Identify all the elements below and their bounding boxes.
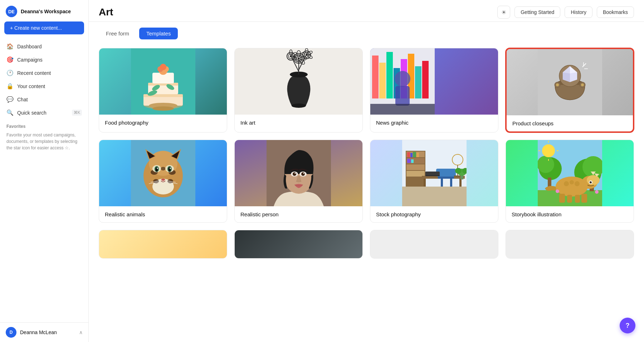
sidebar-item-chat[interactable]: 💬 Chat bbox=[3, 93, 86, 106]
template-card-news-graphic[interactable]: News graphic bbox=[370, 48, 498, 133]
sidebar-item-quick-search[interactable]: 🔍 Quick search ⌘K bbox=[3, 106, 86, 119]
template-card-image-person bbox=[235, 140, 362, 206]
svg-rect-115 bbox=[410, 153, 413, 157]
sidebar-item-label: Chat bbox=[17, 97, 28, 102]
help-button[interactable]: ? bbox=[620, 318, 635, 333]
svg-point-102 bbox=[293, 172, 296, 176]
svg-point-105 bbox=[303, 173, 304, 174]
user-name: Deanna McLean bbox=[20, 329, 57, 335]
svg-point-54 bbox=[395, 71, 410, 87]
svg-point-92 bbox=[170, 168, 171, 169]
getting-started-button[interactable]: Getting Started bbox=[514, 6, 560, 18]
dashboard-icon: 🏠 bbox=[6, 43, 14, 50]
template-label: Realistic person bbox=[235, 206, 362, 222]
template-label: Realistic animals bbox=[99, 206, 227, 222]
template-label: Food photography bbox=[99, 115, 227, 131]
template-card-image-storybook bbox=[506, 140, 634, 206]
sidebar-header: DE Deanna's Workspace bbox=[0, 0, 88, 21]
sidebar-item-label: Quick search bbox=[17, 110, 47, 116]
template-card-realistic-person[interactable]: Realistic person bbox=[234, 140, 363, 223]
svg-rect-116 bbox=[413, 152, 416, 157]
svg-rect-48 bbox=[386, 52, 393, 98]
sidebar-item-your-content[interactable]: 🔒 Your content bbox=[3, 80, 86, 92]
partial-card-4 bbox=[506, 230, 634, 259]
svg-rect-150 bbox=[559, 194, 565, 203]
svg-point-146 bbox=[587, 175, 600, 185]
svg-point-12 bbox=[160, 64, 166, 70]
campaigns-icon: 🎯 bbox=[6, 56, 14, 63]
tab-free-form[interactable]: Free form bbox=[99, 28, 136, 39]
template-card-food-photography[interactable]: Food photography bbox=[99, 48, 227, 133]
svg-rect-126 bbox=[450, 179, 452, 187]
partial-card-2[interactable] bbox=[234, 230, 363, 259]
history-button[interactable]: History bbox=[565, 6, 592, 18]
svg-point-103 bbox=[301, 172, 305, 176]
svg-rect-122 bbox=[459, 179, 462, 187]
svg-point-20 bbox=[292, 103, 306, 108]
svg-rect-151 bbox=[567, 195, 572, 203]
template-card-stock-photography[interactable]: Stock photography bbox=[370, 140, 498, 223]
svg-point-148 bbox=[570, 180, 574, 184]
svg-point-134 bbox=[455, 168, 462, 174]
template-card-image-animals bbox=[99, 140, 227, 206]
svg-rect-56 bbox=[370, 104, 435, 115]
svg-rect-152 bbox=[575, 195, 580, 203]
svg-rect-55 bbox=[395, 86, 410, 106]
partial-card-1[interactable] bbox=[99, 230, 227, 259]
partial-card-3 bbox=[370, 230, 498, 259]
recent-content-icon: 🕐 bbox=[6, 69, 14, 76]
bookmarks-button[interactable]: Bookmarks bbox=[597, 6, 634, 18]
sidebar-footer: D Deanna McLean ∧ bbox=[0, 322, 88, 342]
svg-point-35 bbox=[290, 55, 292, 57]
sidebar-item-label: Your content bbox=[17, 83, 45, 89]
sidebar-footer-chevron-icon[interactable]: ∧ bbox=[79, 329, 83, 335]
svg-rect-128 bbox=[425, 175, 440, 176]
template-label: Product closeups bbox=[507, 115, 633, 131]
svg-point-149 bbox=[575, 181, 580, 186]
svg-point-104 bbox=[294, 173, 296, 174]
svg-point-142 bbox=[538, 156, 554, 173]
svg-rect-112 bbox=[406, 164, 425, 170]
sidebar-item-recent-content[interactable]: 🕐 Recent content bbox=[3, 67, 86, 79]
page-title: Art bbox=[99, 6, 113, 18]
template-card-realistic-animals[interactable]: Realistic animals bbox=[99, 140, 227, 223]
bottom-row-partial bbox=[99, 230, 634, 259]
user-avatar: D bbox=[6, 327, 16, 338]
svg-point-71 bbox=[581, 83, 584, 86]
topbar: Art ☀ Getting Started History Bookmarks bbox=[89, 0, 644, 22]
svg-rect-119 bbox=[411, 159, 414, 163]
light-mode-button[interactable]: ☀ bbox=[497, 6, 510, 19]
svg-point-159 bbox=[542, 144, 555, 157]
svg-rect-52 bbox=[415, 66, 421, 98]
favorites-description: Favorite your most used campaigns, docum… bbox=[3, 130, 86, 154]
svg-rect-153 bbox=[581, 194, 587, 203]
svg-point-91 bbox=[157, 168, 158, 169]
sidebar-item-dashboard[interactable]: 🏠 Dashboard bbox=[3, 40, 86, 53]
template-card-product-closeups[interactable]: Product closeups bbox=[506, 48, 634, 133]
create-new-content-button[interactable]: + Create new content... bbox=[4, 21, 84, 34]
light-icon: ☀ bbox=[501, 9, 506, 16]
svg-rect-113 bbox=[406, 171, 425, 177]
quick-search-shortcut: ⌘K bbox=[72, 110, 82, 116]
svg-point-157 bbox=[590, 181, 592, 183]
svg-rect-46 bbox=[372, 56, 379, 98]
topbar-right: ☀ Getting Started History Bookmarks bbox=[497, 6, 634, 19]
template-label: Storybook illustration bbox=[506, 206, 634, 222]
svg-point-18 bbox=[152, 106, 174, 111]
favorites-section-title: Favorites bbox=[3, 120, 86, 130]
template-label: News graphic bbox=[370, 115, 498, 131]
template-card-storybook-illustration[interactable]: Storybook illustration bbox=[506, 140, 634, 223]
sidebar-item-label: Recent content bbox=[17, 70, 51, 76]
svg-rect-117 bbox=[416, 153, 419, 157]
template-card-ink-art[interactable]: Ink art bbox=[234, 48, 363, 133]
svg-rect-53 bbox=[422, 61, 429, 98]
svg-rect-121 bbox=[424, 179, 426, 187]
main-content: Art ☀ Getting Started History Bookmarks … bbox=[89, 0, 644, 342]
sidebar-item-campaigns[interactable]: 🎯 Campaigns bbox=[3, 53, 86, 66]
sidebar-item-label: Dashboard bbox=[17, 44, 42, 49]
sidebar-footer-user: D Deanna McLean bbox=[6, 327, 57, 338]
sidebar: DE Deanna's Workspace + Create new conte… bbox=[0, 0, 89, 342]
chat-icon: 💬 bbox=[6, 96, 14, 103]
svg-point-165 bbox=[595, 190, 599, 194]
tab-templates[interactable]: Templates bbox=[139, 28, 178, 39]
